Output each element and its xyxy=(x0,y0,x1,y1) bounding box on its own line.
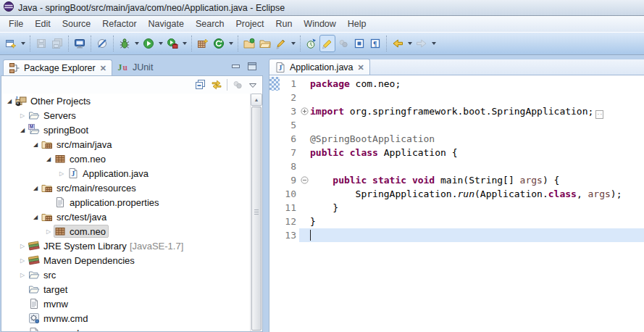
code-text[interactable]: @SpringBootApplication xyxy=(310,132,644,146)
menu-navigate[interactable]: Navigate xyxy=(143,17,190,30)
new-wizard-button[interactable] xyxy=(3,35,19,52)
code-line-7[interactable]: 7public class Application { xyxy=(269,146,644,159)
minimize-icon[interactable] xyxy=(231,62,241,71)
last-edit-location-button[interactable] xyxy=(351,35,367,52)
fold-minus-icon[interactable] xyxy=(299,173,310,187)
run-button[interactable] xyxy=(141,35,156,52)
tree-scrollbar[interactable]: ▲ xyxy=(250,94,262,331)
tree-item-other-projects[interactable]: ◢J*Other Projects xyxy=(1,94,250,108)
code-text[interactable] xyxy=(310,91,644,104)
mark-occurrences-button[interactable] xyxy=(273,35,289,52)
run-external-dropdown-arrow[interactable] xyxy=(183,42,187,45)
tree-item-core[interactable]: src xyxy=(28,268,59,281)
code-text[interactable] xyxy=(310,228,644,242)
tree-item-core[interactable]: src/main/java xyxy=(41,138,115,151)
new-task-button[interactable] xyxy=(304,35,319,52)
code-text[interactable]: } xyxy=(310,215,644,228)
menu-search[interactable]: Search xyxy=(190,17,230,30)
tree-item-springboot[interactable]: ◢MspringBoot xyxy=(1,123,250,137)
code-text[interactable]: public static void main(String[] args) { xyxy=(310,173,644,187)
forward-dropdown-arrow[interactable] xyxy=(432,42,436,45)
tree-item-core[interactable]: MspringBoot xyxy=(28,123,91,136)
code-line-12[interactable]: 12} xyxy=(269,215,644,228)
code-text[interactable]: SpringApplication.run(Application.class,… xyxy=(310,187,644,201)
scrollbar-thumb[interactable] xyxy=(251,107,262,331)
code-text[interactable]: } xyxy=(310,201,644,215)
tree-item-core[interactable]: src/test/java xyxy=(41,210,109,223)
highlight-button[interactable] xyxy=(319,35,335,52)
expand-arrow-icon[interactable]: ▷ xyxy=(17,272,28,278)
code-text[interactable]: package com.neo; xyxy=(310,77,644,91)
show-whitespace-button[interactable]: ¶ xyxy=(367,35,383,52)
view-menu-button[interactable] xyxy=(248,80,258,90)
fold-plus-icon[interactable] xyxy=(299,104,310,118)
panel-sash[interactable] xyxy=(263,55,269,332)
code-text[interactable]: import org.springframework.boot.SpringAp… xyxy=(310,104,644,118)
collapse-arrow-icon[interactable]: ◢ xyxy=(30,185,41,191)
tree-item-core[interactable]: mvnw xyxy=(28,297,71,310)
tree-item-core[interactable]: J*Other Projects xyxy=(14,94,93,107)
tree-item-mvnw[interactable]: mvnw xyxy=(1,296,250,311)
code-line-13[interactable]: 13 xyxy=(269,228,644,242)
tree-item-jre-system-library[interactable]: ▷JRE System Library[JavaSE-1.7] xyxy=(1,238,250,253)
tree-item-com-neo[interactable]: ◢com.neo xyxy=(1,152,250,166)
tree-item-core[interactable]: application.properties xyxy=(54,196,162,209)
code-line-2[interactable]: 2 xyxy=(269,91,644,104)
debug-dropdown-arrow[interactable] xyxy=(135,42,139,45)
expand-arrow-icon[interactable]: ▷ xyxy=(43,228,54,235)
tree-item-src[interactable]: ▷src xyxy=(1,267,250,282)
code-line-8[interactable]: 8 xyxy=(269,159,644,173)
expand-arrow-icon[interactable]: ▷ xyxy=(57,170,67,177)
code-text[interactable] xyxy=(310,118,644,132)
tree-item-mvnw-cmd[interactable]: mvnw.cmd xyxy=(1,311,250,325)
code-line-3[interactable]: 3import org.springframework.boot.SpringA… xyxy=(269,104,644,118)
new-wizard-dropdown-arrow[interactable] xyxy=(21,42,25,45)
tree-item-core[interactable]: src/main/resources xyxy=(41,181,139,194)
scroll-up-button[interactable]: ▲ xyxy=(251,94,262,106)
expand-arrow-icon[interactable]: ▷ xyxy=(17,257,28,264)
menu-source[interactable]: Source xyxy=(57,17,97,30)
tree-item-core[interactable]: JApplication.java xyxy=(67,167,151,180)
menu-project[interactable]: Project xyxy=(230,17,270,30)
code-text[interactable] xyxy=(310,159,644,173)
menu-file[interactable]: File xyxy=(3,17,29,30)
collapse-arrow-icon[interactable]: ◢ xyxy=(43,156,54,162)
tree-item-servers[interactable]: ▷Servers xyxy=(1,108,250,123)
back-button[interactable] xyxy=(390,35,406,52)
skip-breakpoints-button[interactable] xyxy=(94,35,110,52)
collapse-arrow-icon[interactable]: ◢ xyxy=(30,141,41,148)
code-line-10[interactable]: 10 SpringApplication.run(Application.cla… xyxy=(269,187,644,201)
new-java-project-button[interactable] xyxy=(195,35,211,52)
code-line-9[interactable]: 9 public static void main(String[] args)… xyxy=(269,173,644,187)
tab-close-icon[interactable]: ✕ xyxy=(100,65,106,72)
code-line-11[interactable]: 11 } xyxy=(269,201,644,215)
code-line-1[interactable]: 1package com.neo; xyxy=(269,77,644,91)
view-tab-junit[interactable]: JuJUnit xyxy=(112,59,158,75)
code-line-5[interactable]: 5 xyxy=(269,118,644,132)
tree-item-application-java[interactable]: ▷JApplication.java xyxy=(1,166,250,180)
menu-help[interactable]: Help xyxy=(342,17,372,30)
editor-tab-application-java[interactable]: JApplication.java✕ xyxy=(269,59,370,75)
tree-item-core[interactable]: Maven Dependencies xyxy=(28,254,138,267)
mark-occurrences-dropdown-arrow[interactable] xyxy=(291,42,296,45)
tree-item-core[interactable]: JRE System Library[JavaSE-1.7] xyxy=(28,239,186,252)
code-editor[interactable]: 1package com.neo;23import org.springfram… xyxy=(269,75,644,332)
menu-refactor[interactable]: Refactor xyxy=(96,17,142,30)
collapse-all-button[interactable] xyxy=(195,79,206,91)
collapse-arrow-icon[interactable]: ◢ xyxy=(17,127,28,133)
project-tree[interactable]: ◢J*Other Projects▷Servers◢MspringBoot◢sr… xyxy=(1,94,250,331)
menu-run[interactable]: Run xyxy=(269,17,298,30)
expand-arrow-icon[interactable]: ▷ xyxy=(17,112,28,119)
tree-item-src-main-java[interactable]: ◢src/main/java xyxy=(1,137,250,152)
tree-item-core[interactable]: Mpom.xml xyxy=(28,326,82,331)
update-project-button[interactable] xyxy=(211,35,227,52)
collapse-arrow-icon[interactable]: ◢ xyxy=(30,214,41,220)
tree-item-target[interactable]: target xyxy=(1,282,250,296)
tree-item-core[interactable]: com.neo xyxy=(54,152,109,165)
menu-edit[interactable]: Edit xyxy=(29,17,57,30)
link-with-editor-button[interactable] xyxy=(211,79,222,91)
open-resource-button[interactable] xyxy=(257,35,273,52)
collapse-arrow-icon[interactable]: ◢ xyxy=(4,98,14,104)
expand-arrow-icon[interactable]: ▷ xyxy=(17,243,28,249)
tab-close-icon[interactable]: ✕ xyxy=(358,64,364,71)
